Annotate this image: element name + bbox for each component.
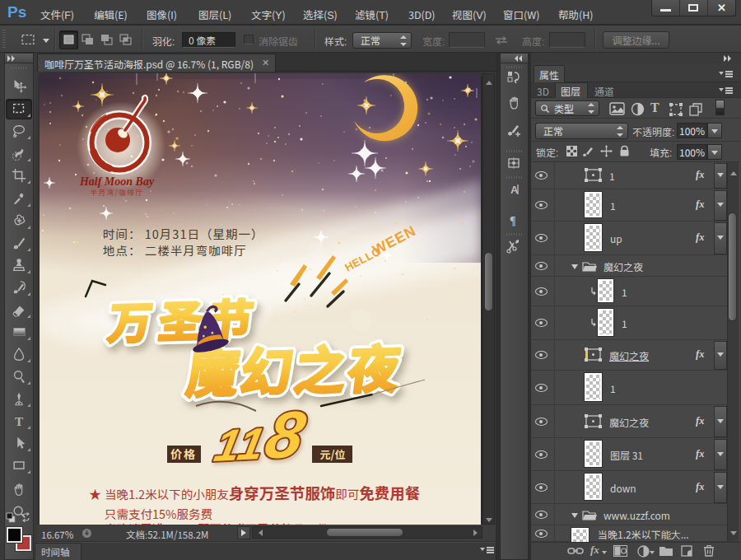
svg-text:时间： 10月31日（星期一）: 时间： 10月31日（星期一） xyxy=(103,225,263,242)
svg-text:¶: ¶ xyxy=(510,215,516,227)
svg-text:元/位: 元/位 xyxy=(319,446,345,462)
svg-text:Half Moon Bay: Half Moon Bay xyxy=(79,175,155,188)
svg-text:地点： 二楼半月弯咖啡厅: 地点： 二楼半月弯咖啡厅 xyxy=(103,241,247,259)
svg-text:T: T xyxy=(15,414,24,428)
svg-text:半月湾/咖啡厅: 半月湾/咖啡厅 xyxy=(91,187,144,197)
svg-text:★: ★ xyxy=(89,485,101,502)
svg-text:当晚1.2米以下的小朋友身穿万圣节服饰即可免费用餐: 当晚1.2米以下的小朋友身穿万圣节服饰即可免费用餐 xyxy=(105,482,421,503)
svg-text:价格: 价格 xyxy=(170,446,197,462)
